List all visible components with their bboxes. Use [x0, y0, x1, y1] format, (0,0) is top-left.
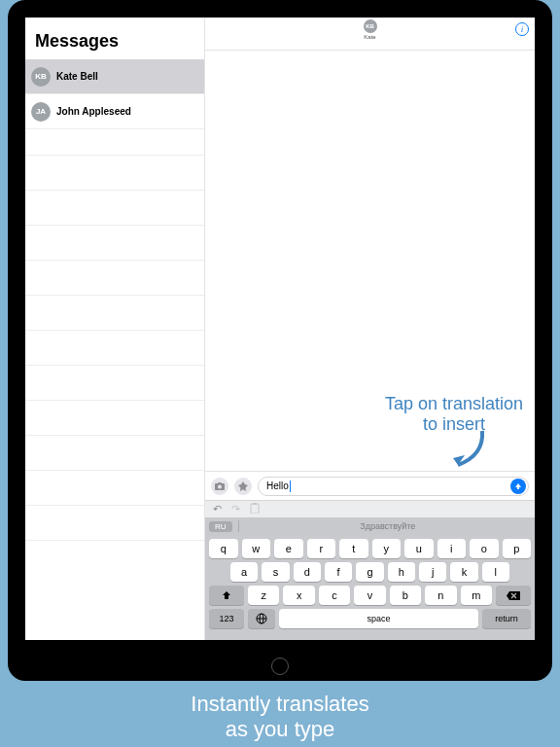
backspace-key[interactable] — [496, 586, 531, 605]
marketing-text: Instantly translates as you type — [0, 692, 560, 741]
tablet-frame: Messages KB Kate Bell JA John Appleseed … — [8, 0, 552, 681]
key-k[interactable]: k — [450, 562, 477, 582]
compose-input[interactable]: Hello — [258, 477, 529, 496]
avatar: KB — [31, 67, 51, 87]
key-c[interactable]: c — [319, 586, 350, 605]
undo-icon[interactable]: ↶ — [213, 503, 222, 516]
key-e[interactable]: e — [274, 539, 303, 558]
key-z[interactable]: z — [248, 586, 279, 605]
number-key[interactable]: 123 — [209, 609, 244, 628]
sidebar: Messages KB Kate Bell JA John Appleseed — [25, 18, 204, 640]
key-w[interactable]: w — [242, 539, 271, 558]
chat-header-name: Kate — [364, 34, 377, 40]
apps-icon[interactable] — [234, 478, 252, 495]
info-icon[interactable]: i — [515, 22, 529, 36]
send-button[interactable] — [510, 479, 526, 494]
translation-suggestion[interactable]: Здравствуйте — [241, 521, 535, 531]
key-p[interactable]: p — [503, 539, 532, 558]
avatar: KB — [364, 19, 377, 33]
svg-rect-4 — [253, 503, 257, 505]
key-f[interactable]: f — [325, 562, 352, 582]
key-h[interactable]: h — [388, 562, 415, 582]
key-y[interactable]: y — [372, 539, 402, 558]
callout-text: Tap on translation to insert — [385, 394, 523, 436]
key-v[interactable]: v — [354, 586, 385, 605]
svg-point-1 — [218, 484, 222, 488]
key-o[interactable]: o — [470, 539, 499, 558]
key-u[interactable]: u — [404, 539, 434, 558]
camera-icon[interactable] — [211, 478, 228, 495]
text-cursor — [290, 480, 291, 492]
globe-key[interactable] — [248, 609, 275, 628]
key-g[interactable]: g — [356, 562, 383, 582]
accessory-bar: ↶ ↷ — [205, 500, 535, 517]
messages-title: Messages — [25, 18, 204, 59]
compose-bar: Hello — [205, 471, 535, 500]
key-n[interactable]: n — [425, 586, 456, 605]
key-m[interactable]: m — [461, 586, 492, 605]
key-j[interactable]: j — [419, 562, 446, 582]
svg-rect-3 — [251, 504, 259, 514]
screen: Messages KB Kate Bell JA John Appleseed … — [25, 18, 535, 640]
key-r[interactable]: r — [307, 539, 336, 558]
paste-icon[interactable] — [250, 503, 260, 516]
keyboard: qwertyuiop asdfghjkl zxcvbnm 123 — [205, 535, 535, 640]
space-key[interactable]: space — [279, 609, 478, 628]
redo-icon[interactable]: ↷ — [231, 503, 240, 516]
conversation-item[interactable]: KB Kate Bell — [25, 59, 204, 94]
conversation-name: Kate Bell — [56, 71, 98, 82]
key-q[interactable]: q — [209, 539, 238, 558]
key-i[interactable]: i — [438, 539, 467, 558]
suggestion-bar: RU Здравствуйте — [205, 517, 535, 535]
key-t[interactable]: t — [339, 539, 368, 558]
key-s[interactable]: s — [262, 562, 289, 582]
compose-value: Hello — [266, 480, 289, 491]
key-d[interactable]: d — [294, 562, 321, 582]
key-a[interactable]: a — [230, 562, 258, 582]
key-l[interactable]: l — [482, 562, 509, 582]
home-button[interactable] — [271, 658, 289, 675]
chat-pane: KB Kate i Tap on translation to insert — [204, 18, 535, 640]
shift-key[interactable] — [209, 586, 244, 605]
key-b[interactable]: b — [390, 586, 421, 605]
chat-header: KB Kate i — [205, 18, 535, 51]
svg-rect-2 — [218, 482, 222, 484]
conversation-name: John Appleseed — [56, 106, 131, 117]
lang-badge[interactable]: RU — [209, 521, 232, 532]
key-x[interactable]: x — [283, 586, 314, 605]
sidebar-empty-rows — [25, 121, 204, 640]
return-key[interactable]: return — [482, 609, 531, 628]
chat-header-contact[interactable]: KB Kate — [364, 19, 377, 40]
avatar: JA — [31, 102, 51, 122]
